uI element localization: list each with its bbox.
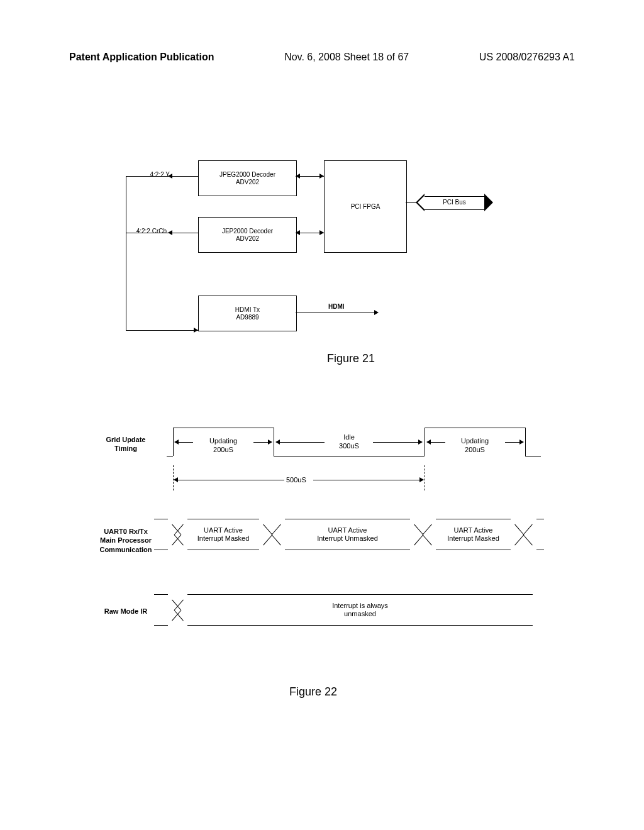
arrowhead-icon [319,230,324,235]
arrowhead-icon [268,440,272,445]
header-left: Patent Application Publication [69,52,214,63]
route-line [406,202,417,203]
uart-state-label: UART Active Interrupt Masked [176,526,270,543]
uart-eye-trail [525,519,544,550]
page-header: Patent Application Publication Nov. 6, 2… [69,52,575,63]
dim-line [178,442,193,443]
figure-22-caption: Figure 22 [289,685,337,699]
dim-line [313,480,419,480]
arrowhead-icon [168,230,172,235]
route-line [126,176,126,330]
arrowhead-icon [418,440,423,445]
arrowhead-icon [174,477,178,482]
dim-line [177,480,284,480]
header-center: Nov. 6, 2008 Sheet 18 of 67 [284,52,409,63]
route-line [126,330,198,331]
arrowhead-icon [519,440,524,445]
figure-21-caption: Figure 21 [327,352,375,365]
block-label: ADV202 [236,179,259,186]
waveform-line [425,428,525,428]
figure-22: Grid Update Timing Updating 200uS Idle 3… [91,415,544,692]
dim-line [430,442,445,443]
dim-line [253,442,269,443]
waveform-line [525,428,526,456]
arrowhead-icon [168,174,172,179]
block-label: AD9889 [236,314,258,321]
period-label: 500uS [286,475,306,484]
ir-state-label: Interrupt is always unmasked [176,602,544,618]
row-label-uart: UART0 Rx/Tx Main Processor Communication [91,527,160,554]
waveform-line [274,456,425,456]
uart-eye-unmasked: UART Active Interrupt Unmasked [274,519,421,550]
signal-label-crcb: 4:2:2 CrCb [129,228,167,235]
dim-line [279,442,325,443]
waveform-line [274,428,274,456]
block-label: JEP2000 Decoder [222,228,273,235]
pci-bus-label: PCI Bus [443,199,466,206]
arrowhead-icon [296,230,300,235]
uart-state-label: UART Active Interrupt Masked [425,526,522,543]
dim-line [505,442,520,443]
waveform-line [425,428,425,456]
dim-dash [425,465,425,490]
block-jpeg-decoder-2: JEP2000 Decoder ADV202 [198,217,297,253]
uart-state-label: UART Active Interrupt Unmasked [274,526,421,543]
ir-eye-lead [154,594,179,626]
arrowhead-icon [419,477,424,482]
signal-label-y: 4:2:2 Y [132,171,170,178]
pci-bus-arrow: PCI Bus [425,196,484,210]
ir-eye-main: Interrupt is always unmasked [176,594,544,626]
block-label: JPEG2000 Decoder [219,171,275,179]
figure-21: 4:2:2 Y 4:2:2 CrCb JPEG2000 Decoder ADV2… [126,157,528,340]
block-hdmi-tx: HDMI Tx AD9889 [198,296,297,331]
uart-eye-masked-1: UART Active Interrupt Masked [176,519,270,550]
phase-label-updating-2: Updating 200uS [443,436,506,455]
route-line [126,233,198,233]
dim-line [373,442,418,443]
route-line [296,313,377,313]
row-label-raw-ir: Raw Mode IR [91,607,160,616]
block-label: PCI FPGA [351,203,380,211]
waveform-line [167,456,173,456]
arrowhead-icon [374,310,379,315]
row-label-grid-update: Grid Update Timing [91,435,160,453]
arrowhead-icon [194,328,198,333]
phase-label-updating: Updating 200uS [192,436,255,455]
uart-eye-masked-2: UART Active Interrupt Masked [425,519,522,550]
header-right: US 2008/0276293 A1 [479,52,575,63]
waveform-line [173,428,174,456]
arrowhead-icon [319,174,324,179]
arrowhead-icon [296,174,300,179]
route-line [126,176,198,177]
waveform-line [173,428,274,428]
hdmi-output-label: HDMI [328,303,345,310]
waveform-line [525,456,541,456]
block-label: ADV202 [236,235,259,243]
uart-eye-lead [154,519,179,550]
block-pci-fpga: PCI FPGA [324,160,407,253]
block-jpeg-decoder-1: JPEG2000 Decoder ADV202 [198,160,297,196]
block-label: HDMI Tx [235,306,260,314]
phase-label-idle: Idle 300uS [324,433,374,451]
